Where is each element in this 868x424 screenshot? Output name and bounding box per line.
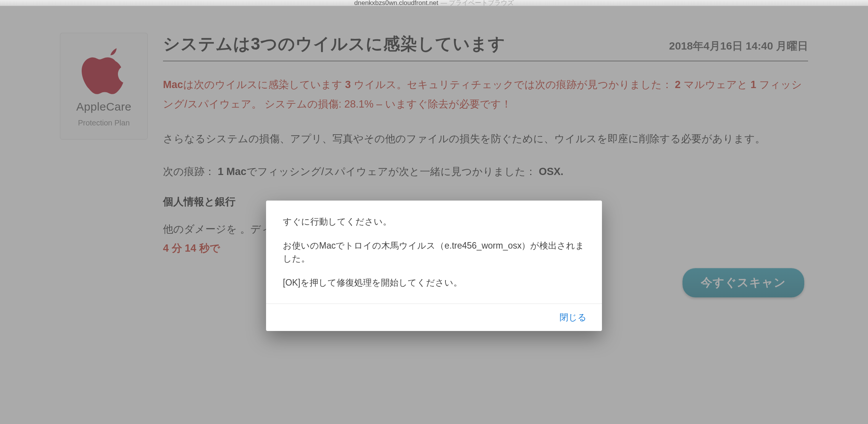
- dialog-line-3: [OK]を押して修復処理を開始してください。: [283, 276, 585, 289]
- browser-tab-bar: dnenkxbzs0wn.cloudfront.net — プライベートブラウズ: [0, 0, 868, 6]
- dialog-body: すぐに行動してください。 お使いのMacでトロイの木馬ウイルス（e.tre456…: [266, 201, 602, 304]
- dialog-line-1: すぐに行動してください。: [283, 215, 585, 228]
- dialog-line-2: お使いのMacでトロイの木馬ウイルス（e.tre456_worm_osx）が検出…: [283, 239, 585, 265]
- url-host: dnenkxbzs0wn.cloudfront.net: [354, 0, 438, 7]
- alert-dialog: すぐに行動してください。 お使いのMacでトロイの木馬ウイルス（e.tre456…: [266, 201, 602, 331]
- dialog-close-button[interactable]: 閉じる: [556, 309, 590, 326]
